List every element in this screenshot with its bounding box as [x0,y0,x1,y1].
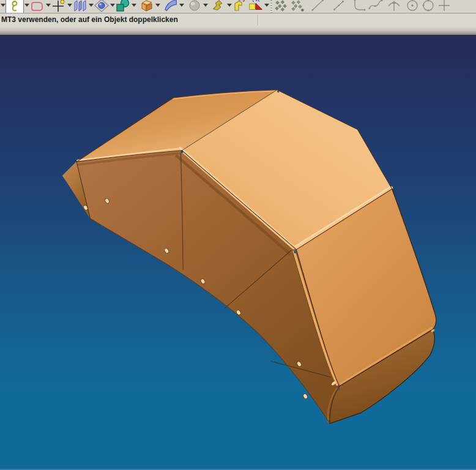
dropdown-arrow-icon[interactable] [45,0,51,13]
3d-model-part[interactable] [0,35,476,470]
sweep-surface-tool-button[interactable] [163,0,179,13]
dropdown-arrow-icon[interactable] [67,0,72,13]
line-segment-tool-icon[interactable] [331,0,347,13]
point-cloud-dot-tool-icon[interactable] [289,0,305,13]
split-tool-button[interactable] [248,0,264,13]
dropdown-arrow-icon[interactable] [24,0,29,13]
dropdown-arrow-icon[interactable] [179,0,184,13]
loft-surface-tool-button[interactable] [72,0,88,13]
cad-application-window: MT3 verwenden, oder auf ein Objekt doppe… [0,0,476,470]
toolbar [0,0,476,13]
normal-direction-tool-icon[interactable] [386,0,402,13]
dropdown-arrow-icon[interactable] [155,0,160,13]
dropdown-arrow-icon[interactable] [203,0,208,13]
dropdown-arrow-icon[interactable] [226,0,232,13]
thick-surface-tool-button[interactable] [232,0,248,13]
boolean-operation-tool-button[interactable] [115,0,131,13]
dropdown-arrow-icon[interactable] [88,0,94,13]
toolbar-separator [270,0,272,13]
point-tool-button[interactable] [51,0,67,13]
dropdown-arrow-icon[interactable] [264,0,269,13]
overflow-dropdown-icon[interactable] [0,0,6,13]
dropdown-arrow-icon[interactable] [131,0,136,13]
volumes-tool-button[interactable] [94,0,110,13]
corner-tool-icon[interactable] [352,0,368,13]
sphere-tool-icon[interactable] [187,0,203,13]
prompt-bar-divider [258,15,258,25]
line-tool-icon[interactable] [310,0,326,13]
prompt-message: MT3 verwenden, oder auf ein Objekt doppe… [1,15,178,24]
active-spline-tool-button[interactable] [6,0,24,13]
dropdown-arrow-icon[interactable] [110,0,115,13]
block-tool-button[interactable] [139,0,155,13]
circle-tool-icon[interactable] [420,0,436,13]
prompt-bar: MT3 verwenden, oder auf ein Objekt doppe… [0,13,476,26]
dock-strip [0,26,476,35]
spline-curve-tool-icon[interactable] [368,0,384,13]
healing-tool-button[interactable] [210,0,226,13]
center-circle-tool-icon[interactable] [404,0,420,13]
point-cloud-tool-icon[interactable] [273,0,289,13]
axis-plus-tool-icon[interactable] [436,0,452,13]
viewport-3d[interactable] [0,35,476,470]
profile-tool-button[interactable] [29,0,45,13]
